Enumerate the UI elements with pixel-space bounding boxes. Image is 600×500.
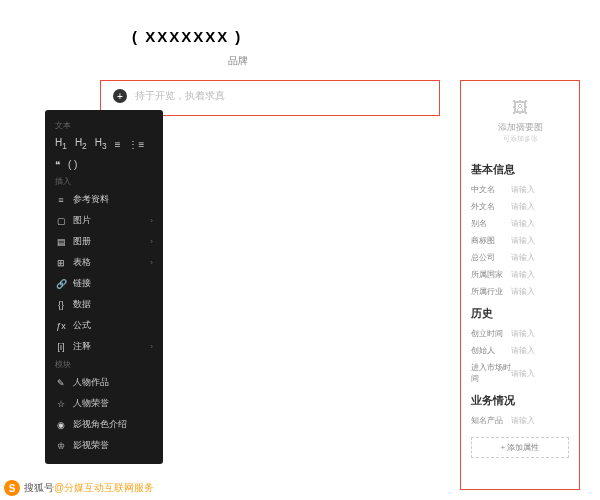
add-attribute-button[interactable]: + 添加属性 (471, 437, 569, 458)
module-item-0[interactable]: ✎人物作品 (45, 372, 163, 393)
field1-4-label: 总公司 (471, 252, 511, 263)
field1-6-label: 所属行业 (471, 286, 511, 297)
h1-button[interactable]: H1 (55, 137, 67, 151)
basic-info-title: 基本信息 (461, 156, 579, 181)
chevron-right-icon: › (150, 258, 153, 267)
editor-placeholder: 持于开览，执着求真 (135, 89, 225, 103)
insert-item-7-icon: [i] (55, 342, 67, 352)
field1-0-label: 中文名 (471, 184, 511, 195)
field1-6[interactable]: 所属行业请输入 (461, 283, 579, 300)
quote-button[interactable]: ❝ (55, 159, 60, 170)
module-item-2-icon: ◉ (55, 420, 67, 430)
insert-item-3[interactable]: ⊞表格› (45, 252, 163, 273)
insert-item-7-label: 注释 (73, 340, 150, 353)
module-item-1-label: 人物荣誉 (73, 397, 153, 410)
field1-1-value: 请输入 (511, 201, 535, 212)
field2-1[interactable]: 创始人请输入 (461, 342, 579, 359)
module-item-2-label: 影视角色介绍 (73, 418, 153, 431)
insert-item-5-icon: {} (55, 300, 67, 310)
insert-item-1-icon: ▢ (55, 216, 67, 226)
field2-1-label: 创始人 (471, 345, 511, 356)
h2-button[interactable]: H2 (75, 137, 87, 151)
field1-5-value: 请输入 (511, 269, 535, 280)
insert-item-4-label: 链接 (73, 277, 153, 290)
field1-2-label: 别名 (471, 218, 511, 229)
page-title: ( XXXXXXX ) (132, 28, 242, 45)
insert-item-2[interactable]: ▤图册› (45, 231, 163, 252)
field1-5[interactable]: 所属国家请输入 (461, 266, 579, 283)
insert-item-0-label: 参考资料 (73, 193, 153, 206)
history-title: 历史 (461, 300, 579, 325)
attribute-sidebar: 🖼 添加摘要图 可添加多张 基本信息 中文名请输入外文名请输入别名请输入商标图请… (460, 80, 580, 490)
h3-button[interactable]: H3 (95, 137, 107, 151)
insert-section-label: 插入 (45, 174, 163, 189)
field3-0-label: 知名产品 (471, 415, 511, 426)
plus-icon[interactable]: + (113, 89, 127, 103)
sohu-logo-icon: S (4, 480, 20, 496)
field1-6-value: 请输入 (511, 286, 535, 297)
field1-1-label: 外文名 (471, 201, 511, 212)
insert-item-5[interactable]: {}数据 (45, 294, 163, 315)
field3-0[interactable]: 知名产品请输入 (461, 412, 579, 429)
module-item-1-icon: ☆ (55, 399, 67, 409)
field1-4[interactable]: 总公司请输入 (461, 249, 579, 266)
module-item-3[interactable]: ♔影视荣誉 (45, 435, 163, 456)
insert-item-0[interactable]: ≡参考资料 (45, 189, 163, 210)
module-item-1[interactable]: ☆人物荣誉 (45, 393, 163, 414)
format-toolbar: 文本 H1 H2 H3 ≡ ⋮≡ ❝ ( ) 插入 ≡参考资料▢图片›▤图册›⊞… (45, 110, 163, 464)
insert-item-6-label: 公式 (73, 319, 153, 332)
paren-button[interactable]: ( ) (68, 159, 77, 170)
insert-item-5-label: 数据 (73, 298, 153, 311)
insert-item-2-label: 图册 (73, 235, 150, 248)
field1-2-value: 请输入 (511, 218, 535, 229)
insert-item-0-icon: ≡ (55, 195, 67, 205)
chevron-right-icon: › (150, 216, 153, 225)
field2-1-value: 请输入 (511, 345, 535, 356)
list-ol-button[interactable]: ⋮≡ (128, 139, 144, 150)
insert-item-6[interactable]: ƒx公式 (45, 315, 163, 336)
watermark: S 搜狐号 @分媒互动互联网服务 (4, 480, 154, 496)
module-section-label: 模块 (45, 357, 163, 372)
image-upload-sublabel: 可添加多张 (461, 134, 579, 144)
field2-0-label: 创立时间 (471, 328, 511, 339)
watermark-source: 搜狐号 (24, 481, 54, 495)
field2-2-value: 请输入 (511, 368, 535, 379)
field1-5-label: 所属国家 (471, 269, 511, 280)
field1-3-label: 商标图 (471, 235, 511, 246)
module-item-0-icon: ✎ (55, 378, 67, 388)
field1-4-value: 请输入 (511, 252, 535, 263)
image-upload-area[interactable]: 🖼 添加摘要图 可添加多张 (461, 81, 579, 156)
module-item-3-label: 影视荣誉 (73, 439, 153, 452)
insert-item-3-label: 表格 (73, 256, 150, 269)
field2-0[interactable]: 创立时间请输入 (461, 325, 579, 342)
field1-0[interactable]: 中文名请输入 (461, 181, 579, 198)
insert-item-4-icon: 🔗 (55, 279, 67, 289)
module-item-3-icon: ♔ (55, 441, 67, 451)
list-ul-button[interactable]: ≡ (115, 139, 121, 150)
image-icon: 🖼 (461, 99, 579, 117)
insert-item-4[interactable]: 🔗链接 (45, 273, 163, 294)
watermark-author: @分媒互动互联网服务 (54, 481, 154, 495)
field1-2[interactable]: 别名请输入 (461, 215, 579, 232)
field1-0-value: 请输入 (511, 184, 535, 195)
chevron-right-icon: › (150, 342, 153, 351)
image-upload-label: 添加摘要图 (461, 121, 579, 134)
insert-item-1[interactable]: ▢图片› (45, 210, 163, 231)
category-label: 品牌 (228, 54, 248, 68)
text-section-label: 文本 (45, 118, 163, 133)
field1-3[interactable]: 商标图请输入 (461, 232, 579, 249)
field1-3-value: 请输入 (511, 235, 535, 246)
insert-item-7[interactable]: [i]注释› (45, 336, 163, 357)
chevron-right-icon: › (150, 237, 153, 246)
field2-2[interactable]: 进入市场时间请输入 (461, 359, 579, 387)
field3-0-value: 请输入 (511, 415, 535, 426)
module-item-2[interactable]: ◉影视角色介绍 (45, 414, 163, 435)
business-title: 业务情况 (461, 387, 579, 412)
field1-1[interactable]: 外文名请输入 (461, 198, 579, 215)
insert-item-1-label: 图片 (73, 214, 150, 227)
insert-item-2-icon: ▤ (55, 237, 67, 247)
module-item-0-label: 人物作品 (73, 376, 153, 389)
field2-0-value: 请输入 (511, 328, 535, 339)
field2-2-label: 进入市场时间 (471, 362, 511, 384)
insert-item-3-icon: ⊞ (55, 258, 67, 268)
